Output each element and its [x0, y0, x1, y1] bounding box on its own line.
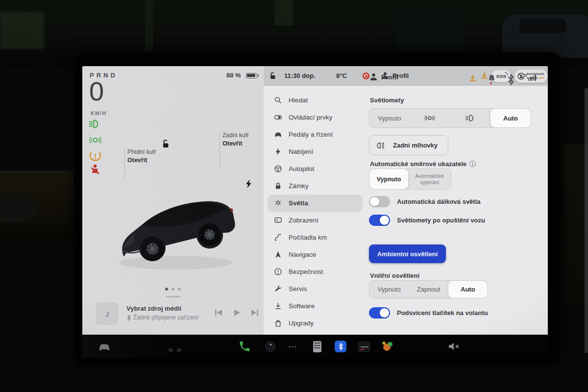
- window-glow: [274, 0, 293, 25]
- menu-item-controls[interactable]: Ovládací prvky: [268, 109, 363, 126]
- front-trunk-title: Přední kufr: [127, 148, 156, 155]
- signals-auto-option[interactable]: Automatické vypínání: [408, 169, 451, 189]
- media-source-label[interactable]: Vybrat zdroj médií: [126, 305, 181, 312]
- climate-shortcut-icons[interactable]: [169, 348, 181, 352]
- menu-item-software[interactable]: Software: [268, 297, 363, 315]
- dashcam-app-icon[interactable]: [264, 340, 276, 353]
- phone-app-icon[interactable]: [238, 340, 251, 353]
- steering-backlight-toggle[interactable]: [369, 307, 390, 318]
- headlights-parking-option[interactable]: [410, 109, 450, 127]
- radio-app-icon[interactable]: [311, 340, 323, 353]
- low-beam-indicator-icon: [89, 118, 102, 130]
- menu-item-search[interactable]: Hledat: [268, 92, 363, 109]
- auto-high-beams-row: Automatická dálková světla: [369, 196, 481, 207]
- battery-percent: 88 %: [226, 72, 241, 79]
- menu-item-display[interactable]: Zobrazení: [268, 212, 363, 229]
- profile-icon: [369, 73, 378, 81]
- lightning-icon: [274, 147, 282, 156]
- rear-trunk-leader-line: [220, 131, 220, 169]
- notifications-bell-icon[interactable]: [488, 74, 496, 82]
- interior-auto-option[interactable]: Auto: [448, 281, 488, 298]
- menu-item-upgrades[interactable]: Upgrady: [268, 315, 363, 332]
- rear-trunk-control[interactable]: Zadní kufr Otevřít: [222, 132, 249, 147]
- headlights-after-exit-toggle[interactable]: [369, 215, 390, 226]
- touchscreen: PRND 88 % 0 KM/H: [82, 66, 548, 358]
- window-mullion: [145, 0, 153, 52]
- route-icon: [274, 233, 282, 242]
- star-icon: ★: [381, 340, 387, 346]
- mute-speaker-icon[interactable]: [447, 340, 460, 353]
- headlights-auto-option[interactable]: Auto: [490, 109, 531, 127]
- auto-high-beams-toggle[interactable]: [369, 196, 390, 207]
- menu-item-safety[interactable]: Bezpečnost: [268, 263, 363, 280]
- page-dot[interactable]: [172, 288, 174, 291]
- alert-circle-icon: [274, 268, 282, 276]
- car-icon: [274, 130, 282, 139]
- menu-item-lights[interactable]: Světla: [268, 195, 363, 212]
- bluetooth-icon: [126, 315, 131, 321]
- more-apps-icon[interactable]: ⋯: [286, 340, 299, 353]
- search-icon: [274, 96, 282, 104]
- menu-item-trip-meters[interactable]: Počítadla km: [268, 229, 363, 246]
- rear-fog-lights-button[interactable]: Zadní mlhovky: [369, 135, 448, 155]
- interior-lighting-label: Vnitřní osvětlení: [370, 272, 419, 279]
- menu-item-navigation[interactable]: Navigace: [268, 246, 363, 263]
- bluetooth-app-icon[interactable]: [334, 340, 347, 353]
- vehicle-render[interactable]: [109, 167, 245, 279]
- unlocked-icon[interactable]: [268, 72, 276, 80]
- download-icon: [274, 302, 282, 310]
- outside-temperature[interactable]: 8°C: [336, 72, 347, 79]
- dashcam-record-icon[interactable]: [363, 73, 369, 79]
- toggle-icon: [274, 113, 282, 122]
- interior-on-option[interactable]: Zapnout: [409, 281, 448, 298]
- notification-badge: [490, 82, 492, 84]
- headlights-after-exit-label: Světlomety po opuštění vozu: [397, 217, 485, 224]
- menu-item-charging[interactable]: Nabíjení: [268, 143, 363, 160]
- menu-item-service[interactable]: Servis: [268, 280, 363, 297]
- menu-item-locks[interactable]: Zámky: [268, 177, 363, 195]
- speed-value: 0: [89, 76, 104, 106]
- play-button[interactable]: [230, 306, 243, 319]
- ambient-lighting-button[interactable]: Ambientní osvětlení: [369, 245, 446, 263]
- page-dot[interactable]: [165, 288, 168, 291]
- info-icon[interactable]: i: [469, 161, 476, 167]
- settings-panel: 11:30 dop. 8°C Profil SOS: [264, 66, 548, 335]
- toybox-app-icon[interactable]: ★: [380, 340, 393, 353]
- rear-trunk-action[interactable]: Otevřít: [222, 140, 249, 147]
- music-note-icon: ♪: [105, 308, 110, 319]
- headlights-off-option[interactable]: Vypnuto: [369, 109, 410, 127]
- unlocked-icon: [160, 139, 170, 148]
- front-trunk-action[interactable]: Otevřít: [127, 156, 156, 164]
- window-dark-pane: [395, 10, 464, 59]
- menu-item-pedals-steering[interactable]: Pedály a řízení: [268, 126, 363, 143]
- steering-backlight-label: Podsvícení tlačítek na volantu: [397, 309, 488, 317]
- charge-port-bolt-icon[interactable]: [245, 179, 252, 188]
- interior-off-option[interactable]: Vypnuto: [369, 281, 409, 298]
- position-lamps-indicator-icon: [89, 134, 102, 146]
- previous-track-button[interactable]: [212, 306, 225, 319]
- bluetooth-icon[interactable]: [507, 74, 515, 82]
- panel-title[interactable]: Profil: [381, 74, 398, 81]
- lock-icon: [274, 182, 282, 190]
- car-controls-icon[interactable]: [98, 340, 111, 353]
- media-drag-handle[interactable]: [166, 296, 181, 297]
- software-update-icon[interactable]: [468, 74, 477, 82]
- next-track-button[interactable]: [248, 306, 261, 319]
- headlights-lowbeam-option[interactable]: [450, 109, 490, 127]
- speed-unit: KM/H: [91, 110, 107, 116]
- page-dot[interactable]: [178, 288, 181, 291]
- headlights-after-exit-row: Světlomety po opuštění vozu: [369, 215, 485, 226]
- auto-turn-signals-label: Automatické směrové ukazatele i: [370, 160, 476, 168]
- auto-high-beams-label: Automatická dálková světla: [397, 198, 481, 205]
- menu-item-autopilot[interactable]: Autopilot: [268, 160, 363, 177]
- front-trunk-control[interactable]: Přední kufr Otevřít: [127, 148, 156, 164]
- cluster-page-dots[interactable]: [82, 288, 264, 292]
- media-device-status: Žádné připojené zařízení: [126, 314, 198, 321]
- display-icon: [274, 216, 282, 224]
- signals-off-option[interactable]: Vypnuto: [369, 169, 408, 189]
- calendar-app-icon[interactable]: [358, 340, 370, 353]
- low-beam-icon: [464, 114, 477, 122]
- shopping-bag-icon: [274, 319, 282, 327]
- media-art-placeholder[interactable]: ♪: [96, 302, 119, 325]
- steering-backlight-row: Podsvícení tlačítek na volantu: [369, 307, 488, 318]
